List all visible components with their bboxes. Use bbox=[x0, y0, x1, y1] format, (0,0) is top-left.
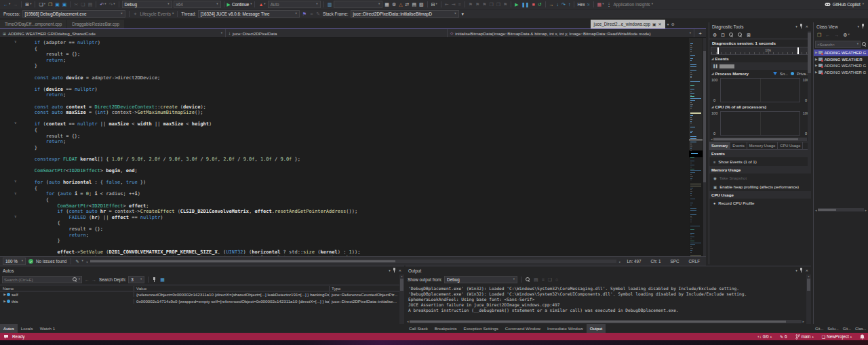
output-chevron-icon[interactable]: ▾ bbox=[795, 268, 797, 272]
branch-button[interactable]: main▴ bbox=[795, 334, 814, 340]
live-preview-icon[interactable]: ▥ bbox=[327, 1, 333, 8]
code-line[interactable]: const auto device = adapter->direct2DDev… bbox=[23, 75, 684, 81]
class-view-horizontal-scrollbar[interactable]: ◂▸ bbox=[815, 207, 867, 212]
event-bar[interactable] bbox=[719, 64, 734, 68]
tab-events[interactable]: Events bbox=[730, 142, 747, 149]
class-view-item[interactable]: ▶ADDING WEATHER G bbox=[814, 69, 868, 76]
code-line[interactable]: } bbox=[23, 63, 684, 69]
project-dropdown[interactable]: ⊞ ADDING WEATHER GRIDdebug_SharedCode ▾ bbox=[0, 29, 226, 37]
diag-settings-gear-icon[interactable]: ⚙ bbox=[712, 31, 717, 39]
diagnostics-horizontal-scrollbar[interactable]: ◂▸ bbox=[709, 136, 811, 142]
stop-debug-icon[interactable]: ■ bbox=[531, 1, 535, 8]
code-line[interactable]: result = {}; bbox=[23, 134, 684, 140]
autos-search-input[interactable] bbox=[4, 277, 71, 282]
code-line[interactable]: { bbox=[23, 186, 684, 192]
code-line[interactable]: result = {}; bbox=[23, 226, 684, 232]
flag-icon[interactable]: ⚑ bbox=[302, 10, 307, 18]
save-icon[interactable]: ▣ bbox=[54, 1, 60, 8]
diagnostics-scrollbar[interactable] bbox=[808, 31, 811, 167]
tab-watch-1[interactable]: Watch 1 bbox=[37, 324, 58, 333]
output-close-icon[interactable]: ✕ bbox=[806, 268, 808, 272]
editor-vertical-scrollbar[interactable] bbox=[703, 38, 706, 256]
code-line[interactable]: } bbox=[23, 238, 684, 244]
diagnostics-timeline[interactable]: 10s bbox=[711, 47, 810, 55]
notifications-bell-button[interactable] bbox=[860, 334, 865, 340]
tab-breakpoints[interactable]: Breakpoints bbox=[431, 324, 460, 333]
application-insights-button[interactable]: Application Insights▾ bbox=[613, 2, 653, 7]
process-label[interactable]: Process: bbox=[3, 12, 20, 16]
health-check-icon[interactable]: ✓ bbox=[28, 259, 33, 264]
open-file-icon[interactable]: ❐ bbox=[47, 1, 53, 8]
diag-close-icon[interactable]: ✕ bbox=[806, 24, 808, 28]
autos-row[interactable]: ▶this0x000002c14714c9c0 {wrapped=empty s… bbox=[0, 298, 404, 305]
close-icon[interactable]: ✕ bbox=[658, 22, 662, 26]
start-debug-icon[interactable]: ▶ bbox=[514, 1, 519, 8]
split-window-icon[interactable]: ⊟▾ bbox=[431, 1, 438, 8]
events-section-header[interactable]: ◢Events bbox=[709, 55, 811, 62]
class-view-search-box[interactable]: <Search>▾ bbox=[815, 41, 861, 48]
hscroll-right-arrow[interactable]: ▸ bbox=[619, 260, 621, 264]
toolbar-overflow-icon[interactable]: ⋮ bbox=[606, 1, 612, 8]
command-search-box[interactable]: ▾ bbox=[334, 1, 382, 8]
code-line[interactable] bbox=[23, 162, 684, 168]
new-folder-icon[interactable]: ❐ bbox=[816, 31, 822, 39]
code-line[interactable]: return; bbox=[23, 58, 684, 64]
sync-explorer-icon[interactable]: ⇄ bbox=[405, 1, 410, 8]
properties-icon[interactable]: ▤ bbox=[411, 1, 417, 8]
hex-toggle[interactable]: Hex bbox=[577, 2, 585, 7]
autos-close-icon[interactable]: ✕ bbox=[399, 268, 401, 272]
tab-exception-settings[interactable]: Exception Settings bbox=[460, 324, 502, 333]
build-settings-icon[interactable]: ⚙ bbox=[391, 1, 397, 8]
autos-search-box[interactable]: ▾ bbox=[2, 276, 82, 283]
output-source-select[interactable]: Debug▾ bbox=[444, 276, 517, 283]
autos-scrollbar[interactable]: ▴ bbox=[399, 275, 404, 324]
thread-select[interactable]: [16324] JUCE v8.0.6: Message Thre▾ bbox=[198, 10, 300, 18]
class-view-item[interactable]: ▶ADDING WEATHER G bbox=[814, 62, 868, 69]
platform-select[interactable]: x64▾ bbox=[174, 1, 221, 8]
save-all-icon[interactable]: ▣ bbox=[62, 1, 68, 8]
columns-layout-icon[interactable]: ▦ bbox=[159, 276, 165, 283]
zoom-select[interactable]: 100 %▾ bbox=[3, 258, 26, 265]
cpu-section-header[interactable]: ◢CPU (% of all processors) bbox=[709, 103, 811, 110]
github-copilot-button[interactable]: GitHub Copilot▾ bbox=[825, 1, 865, 7]
code-line[interactable]: { bbox=[23, 220, 684, 226]
code-line[interactable] bbox=[23, 150, 684, 157]
window-layout-icon[interactable]: ⊞▾ bbox=[24, 1, 32, 8]
tab-list-chevron-icon[interactable]: ▾ bbox=[667, 22, 669, 28]
stack-frame-label[interactable]: Stack Frame: bbox=[323, 12, 348, 16]
eol-indicator[interactable]: CRLF bbox=[686, 259, 703, 264]
hot-reload-mode-select[interactable]: Auto▾ bbox=[268, 1, 321, 8]
code-lines[interactable]: if (adapter == nullptr) { result = {}; r… bbox=[23, 40, 684, 256]
code-line[interactable]: effect->SetValue (D2D1_CONVOLVEMATRIX_PR… bbox=[23, 249, 684, 256]
output-pin-icon[interactable] bbox=[800, 268, 804, 273]
events-track[interactable]: ❚❚ bbox=[711, 62, 810, 70]
tab-git-[interactable]: Git... bbox=[841, 324, 853, 333]
class-view-item[interactable]: ▶ADDING WEATHER G bbox=[814, 49, 868, 56]
record-cpu-link[interactable]: ●Record CPU Profile bbox=[709, 199, 811, 207]
tab-command-window[interactable]: Command Window bbox=[502, 324, 544, 333]
search-depth-select[interactable]: 3▾ bbox=[128, 276, 144, 283]
sync-commits-button[interactable]: ↑↓0/0▴ bbox=[757, 334, 772, 339]
code-line[interactable]: return; bbox=[23, 139, 684, 145]
tab-immediate-window[interactable]: Immediate Window bbox=[544, 324, 587, 333]
code-line[interactable]: { bbox=[23, 46, 684, 52]
parallel-watch-icon[interactable]: ≈ bbox=[587, 1, 591, 8]
configuration-select[interactable]: Debug▾ bbox=[122, 1, 172, 8]
autos-chevron-icon[interactable]: ▾ bbox=[389, 268, 391, 272]
cv-settings-gear-icon[interactable]: ⚙▾ bbox=[842, 31, 850, 39]
tab-memory-usage[interactable]: Memory Usage bbox=[747, 142, 778, 149]
codelens-pen-icon[interactable]: ✎ bbox=[75, 259, 79, 264]
tab-cpu-usage[interactable]: CPU Usage bbox=[778, 142, 803, 149]
zoom-out-icon[interactable] bbox=[737, 31, 743, 39]
code-line[interactable]: } bbox=[23, 145, 684, 151]
step-out-icon[interactable]: ↑ bbox=[568, 1, 572, 8]
pending-edits-button[interactable]: ✎6 bbox=[780, 334, 787, 339]
code-line[interactable]: { bbox=[23, 197, 684, 203]
editor-horizontal-scrollbar[interactable] bbox=[90, 260, 616, 263]
code-line[interactable]: if (adapter == nullptr) bbox=[23, 40, 684, 46]
new-file-icon[interactable]: ❏▾ bbox=[38, 1, 46, 8]
autos-column-headers[interactable]: Name Value Type bbox=[0, 285, 404, 291]
step-into-icon[interactable]: ↓ bbox=[556, 1, 560, 8]
autos-pin-icon[interactable] bbox=[393, 268, 397, 273]
fold-arrow-icon[interactable]: ∨ bbox=[14, 215, 17, 218]
